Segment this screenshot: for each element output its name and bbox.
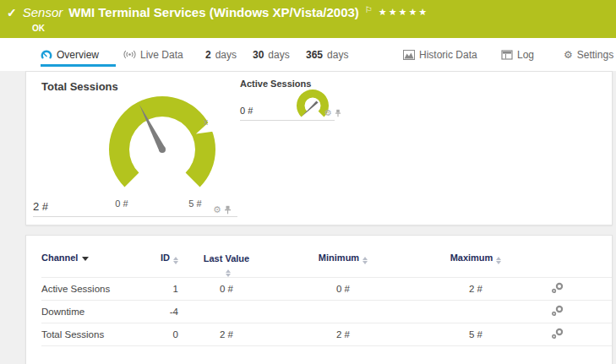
channel-name[interactable]: Downtime	[41, 307, 151, 317]
tab-number: 365	[306, 49, 323, 61]
sensor-header: ✓ Sensor WMI Terminal Services (Windows …	[0, 0, 616, 38]
tab-number: 2	[205, 49, 211, 61]
channel-id: -4	[151, 307, 178, 317]
tab-label: days	[327, 49, 348, 61]
channel-maximum: 2 #	[412, 284, 540, 294]
column-header-channel[interactable]: Channel	[41, 253, 151, 263]
channels-table: Channel ID Last Value Minimum Maximum Ac…	[26, 236, 612, 346]
tab-label: Overview	[57, 49, 99, 61]
tab-settings[interactable]: ⚙ Settings	[564, 38, 613, 71]
channel-settings-gears-icon[interactable]	[551, 282, 564, 294]
status-badge: OK	[32, 24, 45, 33]
gauge-icon	[41, 49, 52, 61]
secondary-gauge-value: 0 #	[240, 106, 253, 116]
gauges-panel: Total Sessions x 0 # 5 # 2 # ⚙ Active Se…	[25, 71, 613, 225]
gauge-scale-max: 5 #	[180, 198, 210, 209]
channel-name[interactable]: Active Sessions	[41, 284, 151, 294]
active-tab-indicator	[41, 64, 116, 67]
tab-label: Log	[517, 49, 534, 61]
gauge-settings-gear-icon[interactable]: ⚙	[213, 205, 221, 215]
tab-label: days	[268, 49, 289, 61]
column-label: Channel	[41, 253, 78, 263]
channel-settings-gears-icon[interactable]	[551, 328, 564, 340]
sort-toggle-icon[interactable]	[226, 269, 231, 277]
object-kind-label: Sensor	[23, 5, 63, 19]
column-header-last-value[interactable]: Last Value	[178, 253, 275, 277]
gauge-settings-gear-icon[interactable]: ⚙	[324, 109, 332, 117]
sensor-title: WMI Terminal Services (Windows XP/Vista/…	[68, 5, 359, 19]
column-label: Minimum	[319, 253, 359, 263]
channel-minimum: 2 #	[275, 329, 412, 340]
priority-stars[interactable]: ★★★★★	[379, 7, 428, 18]
tab-365-days[interactable]: 365 days	[306, 38, 348, 71]
tab-2-days[interactable]: 2 days	[205, 38, 237, 71]
channel-maximum: 5 #	[412, 329, 540, 340]
column-header-id[interactable]: ID	[151, 253, 178, 264]
flag-icon[interactable]: ⚐	[365, 5, 373, 14]
channel-id: 0	[151, 329, 178, 340]
channel-name[interactable]: Total Sessions	[41, 329, 151, 340]
table-row[interactable]: Total Sessions 0 2 # 2 # 5 #	[41, 323, 612, 346]
channel-settings-gears-icon[interactable]	[551, 305, 564, 317]
tab-label: days	[215, 49, 237, 61]
sort-toggle-icon[interactable]	[363, 257, 368, 264]
prtg-sensor-page: ✓ Sensor WMI Terminal Services (Windows …	[0, 0, 616, 364]
sort-descending-icon	[82, 257, 89, 261]
gauge-needle-pivot	[159, 146, 166, 153]
tab-bar: Overview Live Data 2 days 30 days 365 da…	[0, 38, 616, 71]
channel-minimum: 0 #	[275, 284, 412, 294]
channel-id: 1	[151, 284, 178, 294]
primary-gauge-value: 2 #	[33, 200, 48, 213]
tab-log[interactable]: Log	[501, 38, 534, 71]
tab-live-data[interactable]: Live Data	[123, 38, 183, 71]
log-table-icon	[501, 50, 513, 60]
column-header-minimum[interactable]: Minimum	[275, 253, 412, 264]
table-header-row: Channel ID Last Value Minimum Maximum	[41, 236, 612, 278]
live-signal-icon	[123, 49, 136, 60]
tab-number: 30	[253, 49, 264, 61]
channels-table-panel: Channel ID Last Value Minimum Maximum Ac…	[25, 235, 613, 364]
gauge-marker-label: x	[204, 117, 208, 127]
column-label: ID	[161, 253, 170, 263]
channel-last-value: 0 #	[178, 284, 275, 294]
tab-label: Live Data	[140, 49, 183, 61]
sort-toggle-icon[interactable]	[496, 257, 501, 264]
total-sessions-gauge	[103, 90, 221, 209]
tab-30-days[interactable]: 30 days	[253, 38, 290, 71]
gear-icon: ⚙	[564, 50, 573, 60]
area-chart-icon	[403, 50, 415, 60]
divider	[33, 216, 237, 217]
channel-last-value: 2 #	[178, 329, 275, 340]
active-sessions-gauge	[294, 87, 331, 124]
tab-historic-data[interactable]: Historic Data	[403, 38, 477, 71]
column-label: Last Value	[204, 253, 249, 263]
tab-label: Historic Data	[419, 49, 477, 61]
pin-icon[interactable]	[335, 109, 341, 117]
column-header-maximum[interactable]: Maximum	[412, 253, 540, 264]
divider	[240, 120, 335, 121]
table-row[interactable]: Downtime -4	[41, 301, 612, 323]
tab-label: Settings	[577, 49, 613, 61]
gauge-scale-min: 0 #	[106, 198, 137, 209]
column-label: Maximum	[450, 253, 493, 263]
table-row[interactable]: Active Sessions 1 0 # 0 # 2 #	[41, 278, 612, 301]
pin-icon[interactable]	[224, 205, 232, 215]
status-ok-check-icon: ✓	[7, 6, 17, 19]
